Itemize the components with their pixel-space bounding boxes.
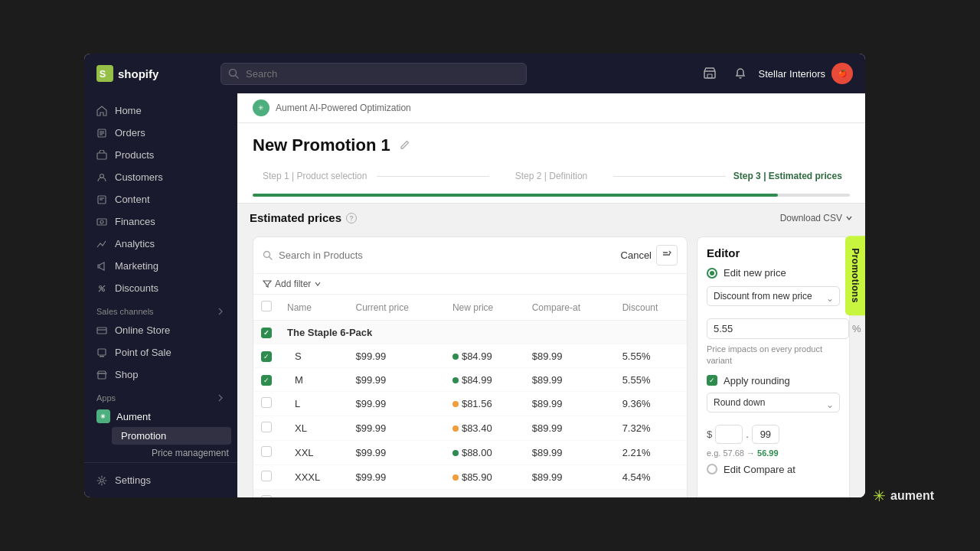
promotions-side-tab[interactable]: Promotions bbox=[845, 236, 865, 315]
add-filter-button[interactable]: Add filter bbox=[263, 279, 322, 289]
rounding-dollar-input[interactable] bbox=[715, 425, 743, 444]
aument-branding: ✳ aument bbox=[873, 487, 934, 505]
bell-icon bbox=[734, 67, 746, 80]
table-row: S $99.99 $84.99 $89.99 5.55% bbox=[253, 344, 687, 368]
table-row: The Staple 6-Pack bbox=[253, 321, 687, 344]
example-after: 56.99 bbox=[757, 448, 779, 458]
apply-rounding-checkbox[interactable] bbox=[707, 375, 717, 386]
shopify-icon: S bbox=[96, 65, 113, 82]
sidebar-item-price-management[interactable]: Price management bbox=[152, 445, 237, 461]
sidebar-label-online-store: Online Store bbox=[115, 324, 170, 336]
row-s-checkbox[interactable] bbox=[261, 351, 272, 362]
sidebar-item-marketing[interactable]: Marketing bbox=[84, 255, 237, 277]
discount-type-select[interactable]: Discount from new price Fixed price Perc… bbox=[707, 286, 840, 306]
discounts-icon bbox=[96, 283, 107, 294]
edit-new-price-radio[interactable]: Edit new price bbox=[707, 267, 840, 279]
sidebar-item-customers[interactable]: Customers bbox=[84, 166, 237, 188]
chevron-down-icon bbox=[845, 214, 853, 222]
steps-bar: Step 1 | Product selection Step 2 | Defi… bbox=[237, 155, 865, 197]
notifications-button[interactable] bbox=[728, 61, 753, 86]
sidebar-item-promotion[interactable]: Promotion bbox=[112, 427, 231, 445]
variant-name-xxxl: XXXL bbox=[279, 465, 348, 490]
col-name: Name bbox=[279, 295, 348, 321]
select-all-checkbox[interactable] bbox=[261, 301, 272, 311]
sidebar-item-orders[interactable]: Orders bbox=[84, 122, 237, 144]
info-icon[interactable]: ? bbox=[346, 213, 357, 223]
add-filter-label: Add filter bbox=[275, 279, 311, 289]
store-avatar: 🍎 bbox=[831, 63, 853, 84]
svg-rect-15 bbox=[97, 219, 106, 225]
table-search-icon bbox=[263, 250, 273, 260]
sales-channels-section: Sales channels bbox=[84, 299, 237, 319]
products-icon bbox=[96, 150, 107, 161]
variant-compare-s: $89.99 bbox=[524, 344, 615, 368]
group2-name: The Staple 3-Pack bbox=[279, 490, 687, 498]
edit-title-button[interactable] bbox=[397, 136, 413, 155]
edit-compare-at-label: Edit Compare at bbox=[724, 464, 795, 475]
products-search-input[interactable] bbox=[279, 249, 615, 261]
row-xxxl-checkbox[interactable] bbox=[261, 471, 272, 481]
variant-current-xxl: $99.99 bbox=[348, 441, 444, 465]
sidebar-item-pos[interactable]: Point of Sale bbox=[84, 341, 237, 364]
sidebar-label-content: Content bbox=[115, 194, 150, 205]
download-csv-button[interactable]: Download CSV bbox=[780, 213, 853, 223]
shopify-logo: S shopify bbox=[96, 65, 211, 82]
svg-rect-10 bbox=[97, 153, 106, 159]
group1-name: The Staple 6-Pack bbox=[279, 321, 687, 344]
discount-value-input[interactable] bbox=[707, 318, 849, 339]
svg-point-17 bbox=[100, 285, 102, 288]
group2-checkbox[interactable] bbox=[261, 495, 272, 497]
table-row: XXL $99.99 $88.00 $89.99 2.21% bbox=[253, 441, 687, 465]
sidebar-item-content[interactable]: Content bbox=[84, 188, 237, 210]
page-title-row: New Promotion 1 bbox=[253, 135, 850, 155]
apps-label: Apps bbox=[96, 393, 116, 403]
store-info: Stellar Interiors 🍎 bbox=[759, 63, 853, 84]
store-name: Stellar Interiors bbox=[759, 68, 825, 80]
row-xl-checkbox[interactable] bbox=[261, 422, 272, 432]
variant-discount-xl: 7.32% bbox=[615, 416, 687, 441]
cancel-button[interactable]: Cancel bbox=[621, 249, 652, 261]
step-3[interactable]: Step 3 | Estimated prices bbox=[726, 165, 850, 187]
sidebar-item-finances[interactable]: Finances bbox=[84, 210, 237, 233]
products-table: Name Current price New price Compare-at … bbox=[253, 295, 687, 497]
sidebar-item-aument[interactable]: ✳ Aument bbox=[84, 406, 237, 427]
variant-compare-xxxl: $89.99 bbox=[524, 465, 615, 490]
sort-button[interactable] bbox=[656, 245, 678, 266]
search-input[interactable] bbox=[220, 63, 527, 85]
edit-compare-at-radio[interactable]: Edit Compare at bbox=[707, 464, 840, 475]
table-row: L $99.99 $81.56 $89.99 9.36% bbox=[253, 392, 687, 416]
variant-new-xxxl: $85.90 bbox=[445, 465, 524, 490]
edit-compare-at-radio-circle bbox=[707, 464, 717, 474]
rounding-cents-input[interactable] bbox=[752, 425, 779, 444]
svg-rect-20 bbox=[97, 328, 106, 334]
storefront-button[interactable] bbox=[697, 61, 722, 86]
sidebar-label-products: Products bbox=[115, 149, 154, 161]
online-store-icon bbox=[96, 325, 107, 336]
sidebar-item-home[interactable]: Home bbox=[84, 99, 237, 122]
topbar-actions: Stellar Interiors 🍎 bbox=[697, 61, 853, 86]
variant-current-l: $99.99 bbox=[348, 392, 444, 416]
editor-panel: Editor Edit new price Discount from new … bbox=[697, 236, 850, 497]
progress-bar bbox=[253, 194, 850, 197]
group1-checkbox[interactable] bbox=[261, 328, 272, 338]
sidebar-item-online-store[interactable]: Online Store bbox=[84, 319, 237, 341]
step-2[interactable]: Step 2 | Definition bbox=[489, 165, 613, 187]
sidebar-item-products[interactable]: Products bbox=[84, 144, 237, 166]
sidebar-item-settings[interactable]: Settings bbox=[84, 469, 237, 491]
variant-new-m: $84.99 bbox=[445, 368, 524, 392]
variant-name-s: S bbox=[279, 344, 348, 368]
row-xxl-checkbox[interactable] bbox=[261, 446, 272, 457]
storefront-icon bbox=[703, 67, 717, 80]
variant-discount-l: 9.36% bbox=[615, 392, 687, 416]
row-l-checkbox[interactable] bbox=[261, 397, 272, 408]
products-panel: Cancel Add filter bbox=[253, 236, 688, 497]
row-m-checkbox[interactable] bbox=[261, 375, 272, 386]
step-1[interactable]: Step 1 | Product selection bbox=[253, 165, 377, 187]
content-icon bbox=[96, 194, 107, 205]
variant-compare-l: $89.99 bbox=[524, 392, 615, 416]
sidebar-item-analytics[interactable]: Analytics bbox=[84, 233, 237, 255]
sales-channels-label: Sales channels bbox=[96, 307, 154, 316]
sidebar-item-discounts[interactable]: Discounts bbox=[84, 277, 237, 299]
sidebar-item-shop[interactable]: Shop bbox=[84, 364, 237, 386]
rounding-type-select[interactable]: Round down Round up Round nearest bbox=[707, 393, 840, 412]
